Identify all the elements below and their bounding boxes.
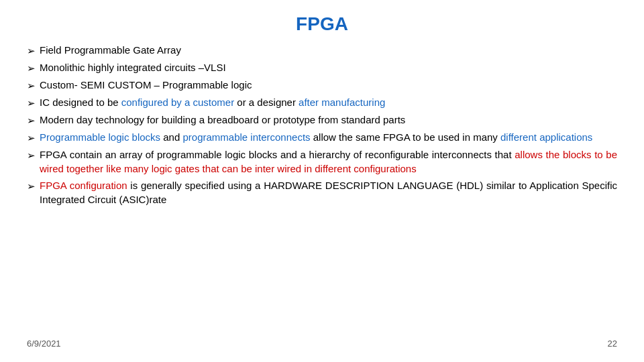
list-item: ➢IC designed to be configured by a custo… bbox=[27, 95, 617, 110]
bullet-arrow-icon: ➢ bbox=[27, 96, 36, 110]
slide-title: FPGA bbox=[27, 13, 617, 35]
bullet-arrow-icon: ➢ bbox=[27, 131, 36, 145]
slide: FPGA ➢Field Programmable Gate Array➢Mono… bbox=[0, 0, 644, 362]
bullet-text: Modern day technology for building a bre… bbox=[40, 113, 617, 127]
bullet-arrow-icon: ➢ bbox=[27, 61, 36, 75]
list-item: ➢FPGA contain an array of programmable l… bbox=[27, 147, 617, 176]
footer-date: 6/9/2021 bbox=[27, 339, 61, 349]
list-item: ➢Modern day technology for building a br… bbox=[27, 113, 617, 127]
footer-page: 22 bbox=[608, 339, 617, 349]
footer: 6/9/2021 22 bbox=[27, 339, 617, 349]
bullet-text: Monolithic highly integrated circuits –V… bbox=[40, 60, 617, 74]
bullet-arrow-icon: ➢ bbox=[27, 113, 36, 127]
bullet-text: IC designed to be configured by a custom… bbox=[40, 95, 617, 109]
list-item: ➢Field Programmable Gate Array bbox=[27, 43, 617, 58]
bullet-text: Custom- SEMI CUSTOM – Programmable logic bbox=[40, 78, 617, 92]
list-item: ➢FPGA configuration is generally specifi… bbox=[27, 178, 617, 206]
bullet-list: ➢Field Programmable Gate Array➢Monolithi… bbox=[27, 43, 617, 333]
bullet-arrow-icon: ➢ bbox=[27, 78, 36, 93]
list-item: ➢Monolithic highly integrated circuits –… bbox=[27, 60, 617, 75]
bullet-text: FPGA contain an array of programmable lo… bbox=[40, 147, 617, 176]
bullet-arrow-icon: ➢ bbox=[27, 148, 36, 162]
bullet-text: FPGA configuration is generally specifie… bbox=[40, 178, 617, 206]
bullet-text: Field Programmable Gate Array bbox=[40, 43, 617, 57]
bullet-arrow-icon: ➢ bbox=[27, 44, 36, 58]
list-item: ➢Programmable logic blocks and programma… bbox=[27, 130, 617, 145]
bullet-arrow-icon: ➢ bbox=[27, 179, 36, 193]
bullet-text: Programmable logic blocks and programmab… bbox=[40, 130, 617, 144]
list-item: ➢Custom- SEMI CUSTOM – Programmable logi… bbox=[27, 78, 617, 93]
